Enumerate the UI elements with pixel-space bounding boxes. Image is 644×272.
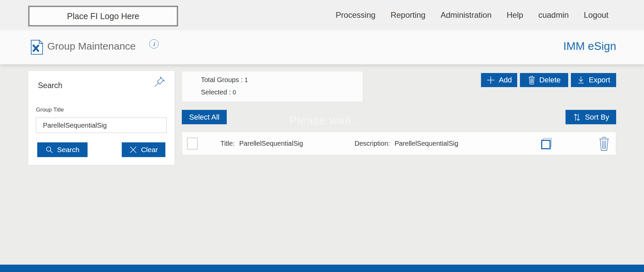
clear-x-icon <box>129 146 137 154</box>
nav-cuadmin[interactable]: cuadmin <box>538 10 569 20</box>
search-button-label: Search <box>57 146 79 154</box>
sort-by-button[interactable]: Sort By <box>566 110 616 124</box>
please-wait-watermark: Please wait... <box>289 114 362 127</box>
group-row: Title: ParellelSequentialSig Description… <box>182 132 616 155</box>
summary-panel: Total Groups : 1 Selected : 0 <box>182 71 363 102</box>
selected-line: Selected : 0 <box>201 88 236 96</box>
download-icon <box>577 76 585 84</box>
copy-group-icon[interactable] <box>540 137 554 152</box>
delete-button-label: Delete <box>539 76 561 84</box>
row-description-label: Description: <box>355 140 390 147</box>
search-panel: Search Group Title Search Clear <box>28 71 174 165</box>
nav-processing[interactable]: Processing <box>336 10 376 20</box>
total-groups-label: Total Groups : <box>201 76 243 83</box>
row-description-value: ParellelSequentialSig <box>394 140 458 147</box>
clear-button-label: Clear <box>141 146 158 154</box>
footer-bar <box>0 265 644 272</box>
info-icon[interactable]: i <box>149 39 159 49</box>
delete-button[interactable]: Delete <box>520 73 568 87</box>
row-title-label: Title: <box>220 140 235 147</box>
select-all-label: Select All <box>189 113 220 122</box>
nav-reporting[interactable]: Reporting <box>390 10 425 20</box>
brand-imm-esign: IMM eSign <box>563 40 616 53</box>
pin-icon[interactable] <box>154 76 166 89</box>
crud-actions: Add Delete Export <box>481 73 616 87</box>
selected-label: Selected : <box>201 88 231 96</box>
top-bar: Place FI Logo Here Processing Reporting … <box>0 0 644 30</box>
export-button[interactable]: Export <box>571 73 616 87</box>
main-content: Please wait... Search Group Title Search… <box>0 64 644 265</box>
selected-value: 0 <box>233 89 236 96</box>
total-groups-line: Total Groups : 1 <box>201 76 248 84</box>
add-button-label: Add <box>499 76 512 84</box>
plus-icon <box>486 76 495 84</box>
sort-arrows-icon <box>573 113 581 122</box>
top-navigation: Processing Reporting Administration Help… <box>336 0 608 30</box>
select-all-button[interactable]: Select All <box>182 110 227 124</box>
sort-by-label: Sort By <box>585 113 609 122</box>
total-groups-value: 1 <box>245 77 248 83</box>
row-checkbox[interactable] <box>187 138 198 149</box>
nav-help[interactable]: Help <box>507 10 523 20</box>
export-button-label: Export <box>589 76 610 84</box>
trash-icon <box>528 76 536 84</box>
search-icon <box>45 146 53 154</box>
row-description: Description: ParellelSequentialSig <box>355 140 458 147</box>
search-button[interactable]: Search <box>37 142 88 157</box>
info-glyph: i <box>153 41 155 47</box>
fi-logo-text: Place FI Logo Here <box>67 11 139 21</box>
group-title-input[interactable] <box>36 118 167 133</box>
nav-administration[interactable]: Administration <box>440 10 491 20</box>
page-title: Group Maintenance <box>47 41 136 52</box>
row-delete-icon[interactable] <box>597 136 611 152</box>
search-panel-title: Search <box>38 81 62 90</box>
group-maintenance-icon <box>30 40 44 56</box>
row-title-value: ParellelSequentialSig <box>239 140 303 147</box>
row-title: Title: ParellelSequentialSig <box>220 140 303 147</box>
fi-logo-placeholder: Place FI Logo Here <box>28 6 178 26</box>
add-button[interactable]: Add <box>481 73 517 87</box>
page-header: Group Maintenance i IMM eSign <box>0 30 644 64</box>
clear-button[interactable]: Clear <box>122 142 165 157</box>
nav-logout[interactable]: Logout <box>584 10 608 20</box>
group-title-label: Group Title <box>36 107 64 113</box>
